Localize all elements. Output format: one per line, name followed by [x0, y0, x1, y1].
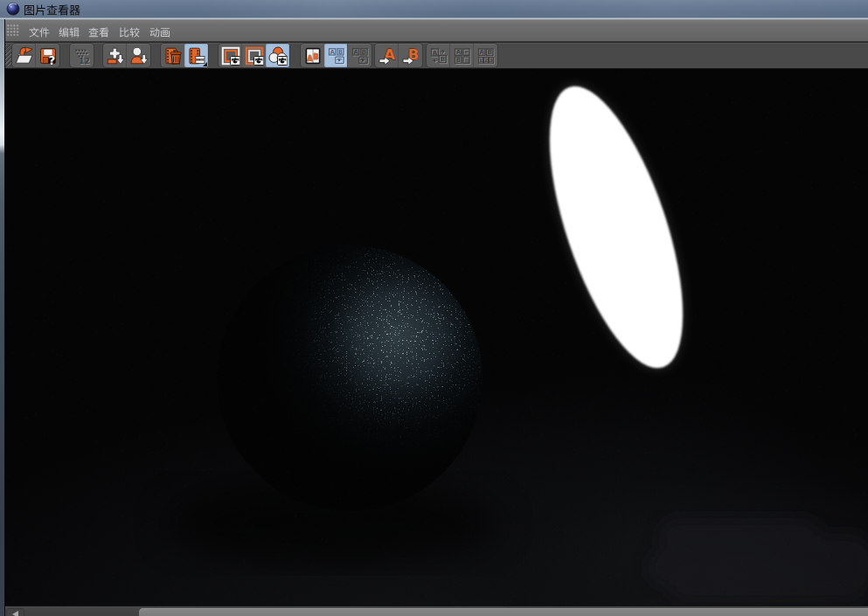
compare-onion-button[interactable] — [348, 44, 372, 67]
titlebar[interactable] — [0, 0, 868, 17]
menu-item-view[interactable] — [88, 24, 109, 38]
toolbar-group-import — [103, 44, 150, 67]
add-image-button[interactable] — [103, 44, 127, 67]
link-ab-button[interactable] — [450, 44, 474, 67]
rendered-image — [5, 69, 868, 606]
grid-ab-icon — [453, 46, 472, 66]
arrow-b-icon: B — [401, 46, 420, 66]
toolbar-group-display — [219, 44, 289, 67]
horizontal-scrollbar[interactable] — [5, 606, 868, 616]
toolbar-group-assign: A B — [375, 44, 422, 67]
svg-text:A: A — [307, 54, 313, 63]
plus-download-icon — [106, 46, 125, 66]
single-view-a-button[interactable] — [219, 44, 242, 67]
ab-eye-icon — [351, 46, 370, 66]
svg-text:B: B — [313, 52, 318, 61]
menu-item-edit[interactable] — [59, 24, 80, 38]
clear-history-button[interactable] — [184, 44, 208, 67]
sequence-ab-button[interactable] — [474, 44, 497, 67]
toolbar-group-history — [161, 44, 208, 67]
scroll-left-button[interactable] — [6, 608, 24, 616]
venn-eye-icon — [268, 46, 288, 66]
open-folder-icon — [15, 46, 34, 66]
svg-text:?: ? — [48, 53, 55, 66]
film-grain — [5, 69, 868, 606]
set-as-a-button[interactable]: A — [375, 44, 399, 67]
single-view-b-button[interactable] — [242, 44, 266, 67]
delete-image-button[interactable] — [161, 44, 184, 67]
scrollbar-thumb[interactable] — [139, 608, 868, 616]
toolbar-group-file: ? — [12, 44, 59, 67]
open-image-button[interactable] — [12, 44, 36, 67]
menubar-grip-handle[interactable] — [7, 24, 19, 36]
ab-eye-icon — [327, 46, 346, 66]
toolbar-group-compare: A B — [301, 44, 372, 67]
save-disk-icon: ? — [38, 46, 58, 66]
add-user-image-button[interactable] — [127, 44, 150, 67]
filmstrip-list-icon — [187, 46, 206, 66]
ab-panels-icon: A B — [303, 46, 323, 66]
toolbar-group-ab-ops — [427, 44, 497, 67]
multichannel-view-button[interactable] — [266, 44, 289, 67]
person-download-icon — [129, 46, 149, 66]
menu-item-compare[interactable] — [119, 24, 140, 38]
image-thumbnails-button[interactable] — [70, 44, 94, 67]
thumbnail-grid-icon — [73, 46, 92, 66]
scroll-left-arrow-icon — [12, 611, 18, 616]
app-icon[interactable] — [6, 2, 20, 16]
frame-eye-white-icon — [221, 46, 240, 66]
save-image-button[interactable]: ? — [36, 44, 59, 67]
swap-ab-icon — [429, 46, 448, 66]
toolbar: ? A B A B — [0, 43, 868, 68]
titlebar-sheen — [0, 0, 868, 17]
menubar — [0, 19, 868, 41]
swap-ab-button[interactable] — [427, 44, 450, 67]
seq-ab-icon — [476, 46, 496, 66]
toolbar-grip-handle[interactable] — [5, 45, 11, 66]
frame-eye-orange-icon — [245, 46, 264, 66]
menu-item-file[interactable] — [29, 24, 50, 38]
image-viewport[interactable] — [5, 69, 868, 606]
window-border-left[interactable] — [0, 19, 5, 616]
compare-ab-button[interactable] — [324, 44, 348, 67]
window-title — [24, 3, 80, 15]
side-by-side-button[interactable]: A B — [301, 44, 324, 67]
filmstrip-trash-icon — [163, 46, 183, 66]
picture-viewer-window: ? A B A B — [0, 0, 868, 616]
arrow-a-icon: A — [378, 46, 397, 66]
toolbar-group-cache — [70, 44, 94, 67]
menu-item-animate[interactable] — [149, 24, 170, 38]
set-as-b-button[interactable]: B — [399, 44, 422, 67]
